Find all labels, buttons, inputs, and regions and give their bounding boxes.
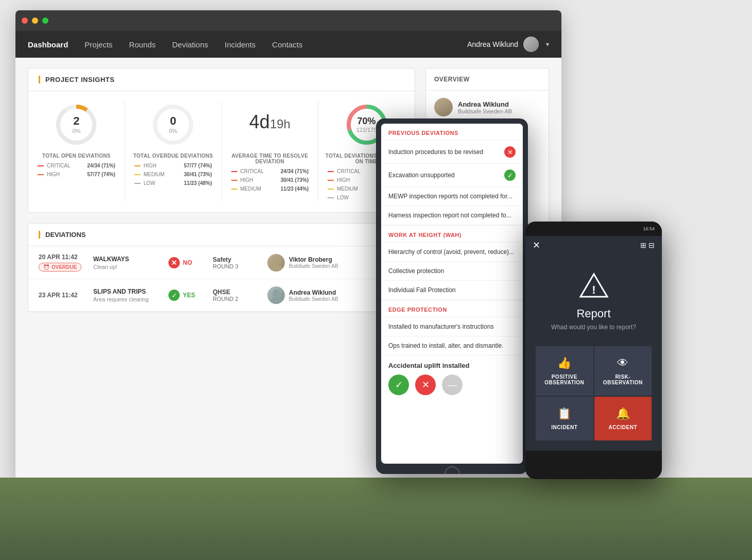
metric-open-deviations: 2 0% TOTAL OPEN DEVIATIONS CRITICAL 24/3… [28, 101, 125, 202]
tablet-list-item[interactable]: Individual Fall Protection [381, 281, 523, 300]
overview-avatar [434, 98, 453, 116]
person-company: Buildsafe Sweden AB [289, 296, 338, 302]
overview-header: OVERVIEW [426, 69, 549, 91]
legend-label: HIGH [144, 163, 157, 168]
legend-label: HIGH [47, 172, 60, 177]
dev-person: Andrea Wiklund Buildsafe Sweden AB [267, 286, 338, 304]
tablet-item-text: Induction procedures to be revised [388, 148, 500, 156]
phone-close-icon[interactable]: ✕ [533, 240, 540, 251]
metrics-row: 2 0% TOTAL OPEN DEVIATIONS CRITICAL 24/3… [28, 91, 415, 212]
overdue-label: OVERDUE [52, 264, 77, 270]
date-value: 23 APR 11:42 [39, 292, 85, 299]
tablet-item-text: Excavation unsupported [388, 172, 500, 179]
tablet-list-item[interactable]: Induction procedures to be revised ✕ [381, 141, 523, 164]
tablet-confirm-btn[interactable]: ✓ [388, 375, 409, 395]
tablet-list-item[interactable]: Harness inspection report not completed … [381, 206, 523, 225]
phone-qr-icon2[interactable]: ⊟ [648, 241, 655, 249]
legend-color [134, 183, 141, 184]
dev-type-desc: Area requires clearing [93, 296, 160, 302]
browser-dot-close[interactable] [22, 18, 28, 24]
nav-deviations[interactable]: Deviations [172, 40, 208, 49]
deviation-row[interactable]: 23 APR 11:42 SLIPS AND TRIPS Area requir… [28, 279, 415, 312]
phone-body: ! Report Whad would you like to report? … [525, 254, 662, 451]
overdue-badge: ⏰ OVERDUE [39, 263, 81, 271]
positive-observation-label: POSITIVEOBSERVATION [544, 374, 584, 385]
tablet-item-text: Ops trained to install, alter, and disma… [388, 342, 516, 349]
tablet-list-item[interactable]: Installed to manufacturer's instructions [381, 317, 523, 336]
legend-color [38, 165, 44, 166]
nav-avatar[interactable] [523, 37, 539, 52]
legend-label: LOW [144, 180, 156, 186]
svg-point-8 [270, 264, 282, 271]
accident-label: ACCIDENT [608, 425, 637, 430]
tablet-screen: PREVIOUS DEVIATIONS Induction procedures… [381, 124, 523, 464]
tablet-home-button[interactable] [445, 466, 460, 474]
nav-chevron-icon[interactable]: ▾ [546, 41, 549, 48]
legend-value: 24/34 (71%) [87, 163, 115, 168]
phone-positive-observation-btn[interactable]: 👍 POSITIVEOBSERVATION [536, 346, 593, 396]
tablet-item-text: Harness inspection report not completed … [388, 212, 516, 219]
phone-report-subtitle: Whad would you like to report? [551, 324, 636, 331]
legend-value: 11/23 (48%) [184, 180, 212, 186]
tablet-home-bar [376, 469, 528, 474]
person-avatar [267, 254, 285, 271]
person-name: Andrea Wiklund [289, 289, 338, 296]
legend-color [38, 174, 44, 175]
person-avatar [267, 286, 285, 304]
deviations-card: DEVIATIONS 20 APR 11:42 ⏰ OVERDUE WALKWA… [28, 223, 415, 312]
donut-overdue-pct: 0% [169, 128, 177, 134]
tablet-list-item[interactable]: Ops trained to install, alter, and disma… [381, 336, 523, 355]
donut-overdue-value: 0 [169, 115, 177, 127]
legend-item: HIGH 57/77 (74%) [38, 172, 115, 177]
dev-type-name: SLIPS AND TRIPS [93, 288, 160, 295]
tablet-item-text: Collective protection [388, 267, 516, 275]
donut-overdue: 0 0% [150, 101, 196, 148]
tablet-edge-title: EDGE PROTECTION [381, 300, 523, 317]
deviation-row[interactable]: 20 APR 11:42 ⏰ OVERDUE WALKWAYS Clean up… [28, 246, 415, 279]
tablet-list-item[interactable]: Hierarchy of control (avoid, prevent, re… [381, 243, 523, 262]
nav-dashboard[interactable]: Dashboard [28, 40, 68, 49]
landscape-background [0, 478, 752, 560]
tablet-list-item[interactable]: Collective protection [381, 262, 523, 281]
browser-chrome [15, 10, 561, 31]
legend-overdue: HIGH 57/77 (74%) MEDIUM 30/41 (73%) LOW [130, 163, 216, 188]
phone-actions-grid: 👍 POSITIVEOBSERVATION 👁 RISK-OBSERVATION… [536, 346, 652, 440]
tablet-deny-btn[interactable]: ✕ [415, 375, 436, 395]
legend-value: 57/77 (74%) [184, 163, 212, 168]
phone-risk-observation-btn[interactable]: 👁 RISK-OBSERVATION [594, 346, 652, 396]
nav-incidents[interactable]: Incidents [225, 40, 255, 49]
nav-contacts[interactable]: Contacts [272, 40, 302, 49]
dev-type-desc: Clean up! [93, 264, 160, 270]
tablet-list-item[interactable]: MEWP inspection reports not completed fo… [381, 187, 523, 206]
legend-label: MEDIUM [241, 186, 262, 192]
legend-label: LOW [337, 195, 349, 200]
metric-avg-value: 4d19h [249, 111, 290, 133]
donut-open-pct: 0% [72, 128, 80, 134]
tablet-prev-deviations-title: PREVIOUS DEVIATIONS [381, 124, 523, 141]
phone-incident-btn[interactable]: 📋 INCIDENT [536, 397, 593, 440]
incident-label: INCIDENT [551, 425, 577, 430]
overdue-icon: ⏰ [43, 264, 49, 270]
tablet-list-item[interactable]: Excavation unsupported ✓ [381, 164, 523, 187]
overview-user-name: Andrea Wiklund [458, 100, 512, 108]
thumbs-up-icon: 👍 [557, 357, 571, 370]
status-label-no: NO [183, 259, 192, 266]
donut-open-center: 2 0% [72, 115, 80, 134]
nav-projects[interactable]: Projects [84, 40, 112, 49]
tablet-check-green-icon: ✓ [504, 169, 516, 181]
tablet-item-text: Installed to manufacturer's instructions [388, 323, 516, 330]
dev-round: QHSE ROUND 2 [213, 289, 259, 302]
deviations-title: DEVIATIONS [39, 231, 404, 239]
phone-qr-icon[interactable]: ⊞ [640, 241, 646, 249]
nav-rounds[interactable]: Rounds [129, 40, 156, 49]
dev-type: WALKWAYS Clean up! [93, 256, 160, 270]
browser-dot-minimize[interactable] [32, 18, 38, 24]
phone-accident-btn[interactable]: 🔔 ACCIDENT [594, 397, 652, 440]
tablet-neutral-btn[interactable]: — [442, 375, 463, 395]
phone-time: 16:54 [643, 226, 655, 231]
svg-text:!: ! [592, 283, 595, 296]
svg-point-9 [272, 290, 280, 297]
svg-point-10 [270, 297, 282, 304]
navbar: Dashboard Projects Rounds Deviations Inc… [15, 31, 561, 58]
browser-dot-maximize[interactable] [42, 18, 48, 24]
